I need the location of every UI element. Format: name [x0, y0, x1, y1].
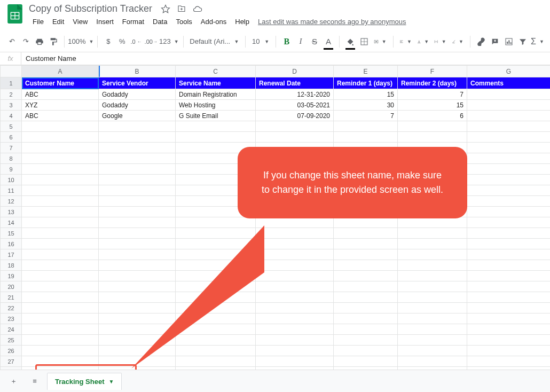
empty-cell[interactable]: [334, 260, 398, 271]
empty-cell[interactable]: [99, 281, 176, 292]
empty-cell[interactable]: [334, 313, 398, 324]
row-header[interactable]: 14: [1, 217, 22, 228]
empty-cell[interactable]: [22, 335, 99, 346]
row-header[interactable]: 3: [1, 100, 22, 111]
empty-cell[interactable]: [467, 260, 551, 271]
empty-cell[interactable]: [99, 143, 176, 153]
document-title[interactable]: Copy of Subscription Tracker: [29, 3, 152, 14]
sheet-tab-active[interactable]: Tracking Sheet ▼: [47, 373, 122, 390]
data-cell[interactable]: 07-09-2020: [256, 111, 334, 121]
empty-cell[interactable]: [398, 281, 467, 292]
empty-cell[interactable]: [334, 239, 398, 249]
empty-cell[interactable]: [256, 335, 334, 346]
empty-cell[interactable]: [99, 324, 176, 335]
empty-cell[interactable]: [99, 313, 176, 324]
empty-cell[interactable]: [398, 121, 467, 132]
empty-cell[interactable]: [334, 335, 398, 346]
empty-cell[interactable]: [467, 346, 551, 356]
data-cell[interactable]: 15: [398, 100, 467, 111]
empty-cell[interactable]: [99, 164, 176, 175]
empty-cell[interactable]: [22, 228, 99, 239]
row-header[interactable]: 8: [1, 153, 22, 164]
data-cell[interactable]: Godaddy: [99, 89, 176, 100]
empty-cell[interactable]: [467, 153, 551, 164]
empty-cell[interactable]: [467, 217, 551, 228]
empty-cell[interactable]: [99, 121, 176, 132]
header-cell[interactable]: Reminder 2 (days): [398, 77, 467, 89]
header-cell[interactable]: Comments: [467, 77, 551, 89]
empty-cell[interactable]: [176, 121, 256, 132]
empty-cell[interactable]: [22, 196, 99, 207]
data-cell[interactable]: 15: [334, 89, 398, 100]
empty-cell[interactable]: [256, 132, 334, 143]
empty-cell[interactable]: [22, 303, 99, 313]
header-cell[interactable]: Customer Name: [22, 77, 99, 89]
empty-cell[interactable]: [256, 239, 334, 249]
empty-cell[interactable]: [467, 228, 551, 239]
empty-cell[interactable]: [334, 121, 398, 132]
row-header[interactable]: 11: [1, 185, 22, 196]
empty-cell[interactable]: [467, 303, 551, 313]
empty-cell[interactable]: [256, 271, 334, 281]
empty-cell[interactable]: [467, 324, 551, 335]
row-header[interactable]: 27: [1, 356, 22, 367]
row-header[interactable]: 2: [1, 89, 22, 100]
menu-edit[interactable]: Edit: [49, 15, 68, 28]
row-header[interactable]: 12: [1, 196, 22, 207]
empty-cell[interactable]: [256, 281, 334, 292]
header-cell[interactable]: Renewal Date: [256, 77, 334, 89]
star-icon[interactable]: [161, 4, 170, 14]
col-header-B[interactable]: B: [99, 66, 176, 77]
paint-format-icon[interactable]: [47, 35, 60, 49]
empty-cell[interactable]: [467, 185, 551, 196]
col-header-E[interactable]: E: [334, 66, 398, 77]
empty-cell[interactable]: [334, 303, 398, 313]
empty-cell[interactable]: [467, 207, 551, 217]
row-header[interactable]: 6: [1, 132, 22, 143]
sheet-tab-menu-icon[interactable]: ▼: [108, 379, 114, 385]
empty-cell[interactable]: [334, 346, 398, 356]
data-cell[interactable]: Godaddy: [99, 100, 176, 111]
empty-cell[interactable]: [99, 228, 176, 239]
chart-icon[interactable]: [502, 35, 515, 49]
empty-cell[interactable]: [176, 356, 256, 367]
empty-cell[interactable]: [176, 217, 256, 228]
row-header[interactable]: 4: [1, 111, 22, 121]
row-header[interactable]: 5: [1, 121, 22, 132]
empty-cell[interactable]: [176, 324, 256, 335]
empty-cell[interactable]: [176, 249, 256, 260]
empty-cell[interactable]: [22, 207, 99, 217]
data-cell[interactable]: ABC: [22, 111, 99, 121]
last-edit-link[interactable]: Last edit was made seconds ago by anonym…: [254, 15, 410, 28]
empty-cell[interactable]: [176, 260, 256, 271]
empty-cell[interactable]: [22, 121, 99, 132]
col-header-F[interactable]: F: [398, 66, 467, 77]
data-cell[interactable]: XYZ: [22, 100, 99, 111]
strike-button[interactable]: S: [308, 35, 321, 49]
data-cell[interactable]: 30: [334, 100, 398, 111]
empty-cell[interactable]: [99, 303, 176, 313]
comment-icon[interactable]: +: [489, 35, 501, 49]
empty-cell[interactable]: [176, 292, 256, 303]
empty-cell[interactable]: [467, 143, 551, 153]
empty-cell[interactable]: [99, 292, 176, 303]
empty-cell[interactable]: [398, 335, 467, 346]
empty-cell[interactable]: [398, 346, 467, 356]
empty-cell[interactable]: [467, 313, 551, 324]
empty-cell[interactable]: [22, 313, 99, 324]
empty-cell[interactable]: [99, 217, 176, 228]
empty-cell[interactable]: [176, 132, 256, 143]
empty-cell[interactable]: [398, 356, 467, 367]
fill-color-button[interactable]: [344, 35, 357, 49]
menu-tools[interactable]: Tools: [172, 15, 195, 28]
col-header-A[interactable]: A: [22, 66, 99, 77]
redo-icon[interactable]: ↷: [19, 35, 32, 49]
empty-cell[interactable]: [22, 185, 99, 196]
bold-button[interactable]: B: [280, 35, 293, 49]
empty-cell[interactable]: [256, 249, 334, 260]
menu-help[interactable]: Help: [231, 15, 253, 28]
menu-view[interactable]: View: [69, 15, 91, 28]
empty-cell[interactable]: [398, 303, 467, 313]
empty-cell[interactable]: [256, 121, 334, 132]
rotate-button[interactable]: ▼: [450, 35, 466, 49]
